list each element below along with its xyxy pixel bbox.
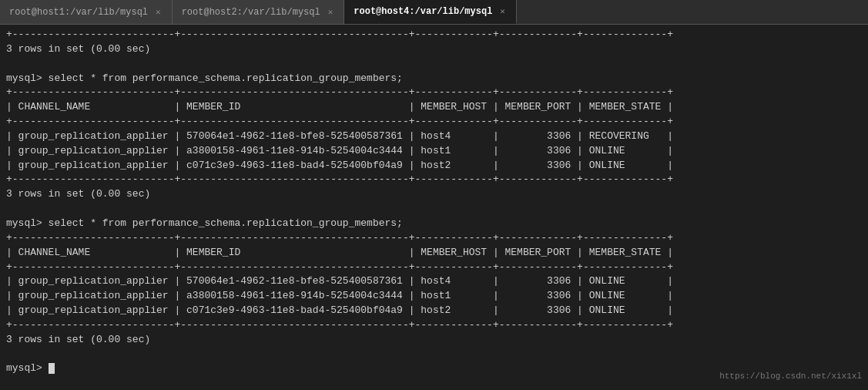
terminal-content[interactable]: +---------------------------+-----------…: [0, 25, 868, 390]
tab-host4-label: root@host4:/var/lib/mysql: [354, 6, 492, 17]
tab-host1[interactable]: root@host1:/var/lib/mysql ✕: [0, 0, 173, 24]
tab-host2-label: root@host2:/var/lib/mysql: [182, 7, 320, 18]
tab-host4-close[interactable]: ✕: [498, 6, 507, 16]
tab-host1-label: root@host1:/var/lib/mysql: [9, 7, 148, 18]
tab-host2-close[interactable]: ✕: [327, 7, 335, 17]
tab-bar: root@host1:/var/lib/mysql ✕ root@host2:/…: [0, 0, 868, 25]
tab-host2[interactable]: root@host2:/var/lib/mysql ✕: [173, 0, 345, 24]
tab-host1-close[interactable]: ✕: [154, 7, 163, 17]
watermark: https://blog.csdn.net/xix1xl: [719, 372, 862, 381]
tab-host4[interactable]: root@host4:/var/lib/mysql ✕: [344, 0, 517, 24]
terminal-cursor: [49, 363, 55, 374]
